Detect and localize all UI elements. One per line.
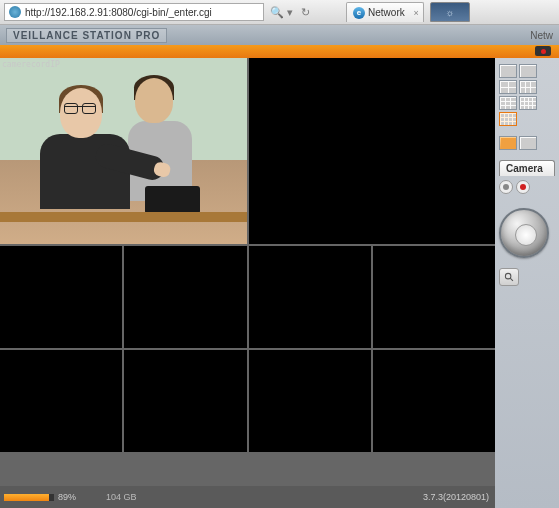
- camera-grid: camerecordIP: [0, 58, 495, 486]
- video-grid-panel: camerecordIP 89% 104 GB 3.7.3(20: [0, 58, 495, 508]
- accent-bar: [0, 45, 559, 58]
- url-input[interactable]: http://192.168.2.91:8080/cgi-bin/_enter.…: [4, 3, 264, 21]
- storage-progress: [4, 494, 54, 501]
- layout-2x3[interactable]: [519, 80, 537, 94]
- tab-bar: e Network × ☼: [346, 2, 470, 22]
- layout-buttons: [499, 64, 555, 150]
- status-bar: 89% 104 GB 3.7.3(20120801): [0, 486, 495, 508]
- camera-cell-10[interactable]: [373, 350, 495, 452]
- camera-tab[interactable]: Camera: [499, 160, 555, 176]
- layout-3x4[interactable]: [519, 96, 537, 110]
- camera-cell-6[interactable]: [373, 246, 495, 348]
- ptz-jog-wheel[interactable]: [499, 208, 549, 258]
- app-header: veillance Station Pro Netw ≡ ☰ ▭ ↻ ◉ ⇲ ▶…: [0, 25, 559, 45]
- tab-close-icon[interactable]: ×: [413, 8, 418, 18]
- main-area: camerecordIP 89% 104 GB 3.7.3(20: [0, 58, 559, 508]
- camera-cell-4[interactable]: [124, 246, 246, 348]
- version-label: 3.7.3(20120801): [423, 492, 489, 502]
- storage-percent: 89%: [58, 492, 76, 502]
- search-dropdown-icon[interactable]: 🔍 ▾: [270, 6, 293, 19]
- layout-wide[interactable]: [519, 64, 537, 78]
- layout-active[interactable]: [499, 112, 517, 126]
- jog-center-icon: [515, 224, 537, 246]
- refresh-icon[interactable]: ↻: [301, 6, 310, 19]
- storage-size: 104 GB: [106, 492, 137, 502]
- url-controls: 🔍 ▾ ↻: [264, 6, 316, 19]
- layout-2x2[interactable]: [499, 80, 517, 94]
- zoom-button[interactable]: [499, 268, 519, 286]
- camera-cell-1-live[interactable]: camerecordIP: [0, 58, 247, 244]
- live-video-scene: [0, 58, 247, 244]
- app-logo: veillance Station Pro: [6, 28, 167, 43]
- camera-cell-3[interactable]: [0, 246, 122, 348]
- layout-special-1[interactable]: [499, 136, 517, 150]
- recording-indicator-icon: [535, 46, 551, 56]
- layout-3x3[interactable]: [499, 96, 517, 110]
- header-right-label: Netw: [530, 30, 553, 41]
- start-record-button[interactable]: [516, 180, 530, 194]
- stop-record-button[interactable]: [499, 180, 513, 194]
- camera-cell-5[interactable]: [249, 246, 371, 348]
- camera-cell-9[interactable]: [249, 350, 371, 452]
- layout-1x1[interactable]: [499, 64, 517, 78]
- tab-title: Network: [368, 7, 405, 18]
- svg-line-1: [510, 278, 513, 281]
- browser-tab-partial[interactable]: ☼: [430, 2, 470, 22]
- settings-icon: ☼: [445, 7, 454, 18]
- magnifier-icon: [504, 272, 515, 283]
- record-controls: [499, 180, 555, 194]
- url-text: http://192.168.2.91:8080/cgi-bin/_enter.…: [25, 7, 212, 18]
- camera-cell-8[interactable]: [124, 350, 246, 452]
- layout-special-2[interactable]: [519, 136, 537, 150]
- camera-cell-7[interactable]: [0, 350, 122, 452]
- svg-point-0: [505, 273, 511, 279]
- camera-label: camerecordIP: [2, 60, 60, 69]
- camera-cell-2[interactable]: [249, 58, 496, 244]
- globe-icon: [9, 6, 21, 18]
- ie-icon: e: [353, 7, 365, 19]
- browser-tab-network[interactable]: e Network ×: [346, 2, 424, 22]
- browser-address-bar: http://192.168.2.91:8080/cgi-bin/_enter.…: [0, 0, 559, 25]
- side-panel: Camera: [495, 58, 559, 508]
